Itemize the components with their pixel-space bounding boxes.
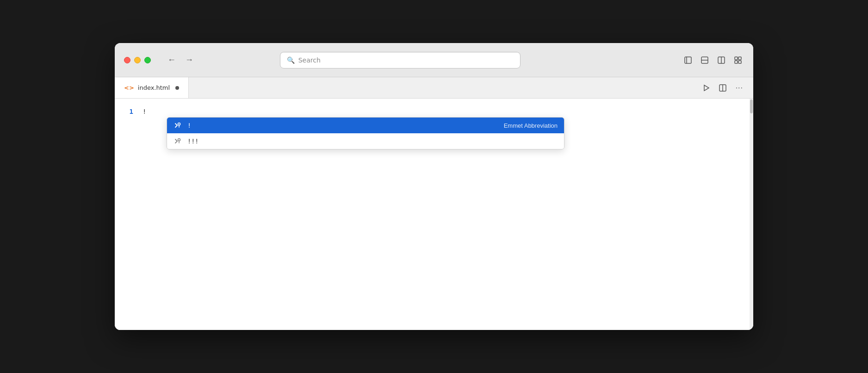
split-vertical-icon[interactable] xyxy=(715,54,727,66)
grid-icon[interactable] xyxy=(732,54,744,66)
svg-rect-8 xyxy=(738,61,741,63)
tab-file-icon: <> xyxy=(124,84,134,91)
back-button[interactable]: ← xyxy=(166,53,178,67)
maximize-button[interactable] xyxy=(144,57,151,63)
tabbar: <> index.html ··· xyxy=(115,77,753,99)
autocomplete-label-1: !!! xyxy=(187,137,552,145)
autocomplete-item-1[interactable]: !!! xyxy=(167,133,564,149)
split-editor-button[interactable] xyxy=(716,82,729,93)
close-button[interactable] xyxy=(124,57,130,63)
tab-actions: ··· xyxy=(700,77,753,98)
autocomplete-type-0: Emmet Abbreviation xyxy=(504,122,558,129)
toolbar-right xyxy=(682,54,744,66)
scrollbar[interactable] xyxy=(750,99,753,330)
svg-marker-10 xyxy=(704,85,709,91)
line-numbers: 1 xyxy=(115,99,143,330)
search-icon: 🔍 xyxy=(287,56,295,64)
autocomplete-item-0[interactable]: ! Emmet Abbreviation xyxy=(167,118,564,133)
autocomplete-icon-0 xyxy=(174,121,182,130)
autocomplete-dropdown: ! Emmet Abbreviation !!! xyxy=(167,117,564,149)
main-window: ← → 🔍 Search xyxy=(115,43,753,330)
minimize-button[interactable] xyxy=(134,57,141,63)
svg-rect-6 xyxy=(735,57,738,60)
split-horizontal-icon[interactable] xyxy=(699,54,711,66)
code-char-exclamation: ! xyxy=(143,106,146,117)
svg-rect-0 xyxy=(685,57,691,63)
forward-button[interactable]: → xyxy=(183,53,195,67)
tab-filename: index.html xyxy=(138,84,170,91)
autocomplete-label-0: ! xyxy=(187,122,498,129)
scrollbar-thumb[interactable] xyxy=(750,99,753,113)
titlebar: ← → 🔍 Search xyxy=(115,43,753,77)
code-line-1: ! xyxy=(143,106,750,117)
traffic-lights xyxy=(124,57,151,63)
editor-area: 1 ! ! Emmet Abbrevia xyxy=(115,99,753,330)
tab-modified-dot xyxy=(175,86,179,90)
more-dots: ··· xyxy=(736,84,743,92)
search-placeholder: Search xyxy=(298,56,321,64)
svg-rect-9 xyxy=(735,61,738,63)
more-button[interactable]: ··· xyxy=(733,82,746,94)
line-number-1: 1 xyxy=(115,106,133,117)
code-area[interactable]: ! ! Emmet Abbreviation xyxy=(143,99,750,330)
file-tab[interactable]: <> index.html xyxy=(115,77,189,98)
run-button[interactable] xyxy=(700,82,713,93)
sidebar-left-icon[interactable] xyxy=(682,54,694,66)
search-bar[interactable]: 🔍 Search xyxy=(280,52,521,68)
nav-buttons: ← → xyxy=(166,53,195,67)
svg-rect-7 xyxy=(738,57,741,60)
autocomplete-icon-1 xyxy=(174,137,182,145)
